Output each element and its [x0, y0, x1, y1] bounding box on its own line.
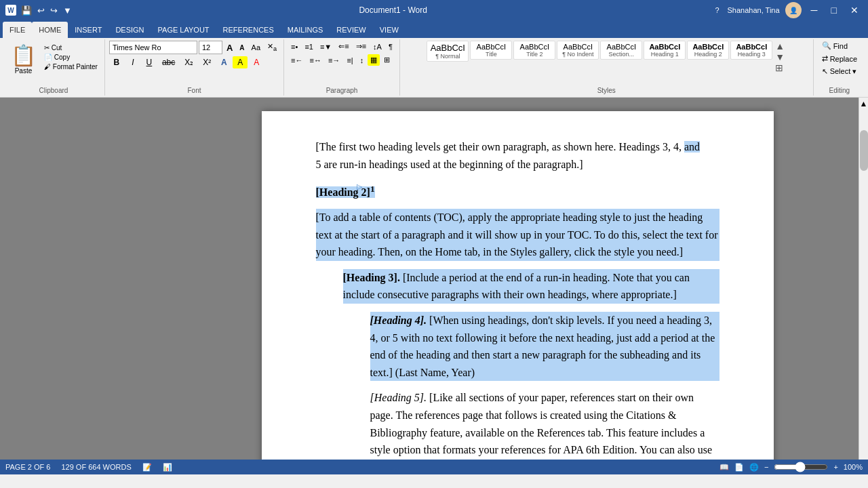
change-case-btn[interactable]: Aa	[249, 42, 263, 53]
style-heading2[interactable]: AaBbCcI Heading 2	[687, 41, 729, 60]
sort-btn[interactable]: ↕A	[370, 41, 384, 52]
title-bar: W 💾 ↩ ↪ ▼ Document1 - Word ? Shanahan, T…	[0, 0, 868, 20]
tab-review[interactable]: REVIEW	[330, 22, 372, 38]
minimize-btn[interactable]: ─	[807, 3, 822, 17]
style-h1-preview: AaBbCcI	[649, 43, 680, 51]
strikethrough-btn[interactable]: abc	[158, 56, 179, 68]
tab-file[interactable]: FILE	[3, 22, 32, 38]
font-size-input[interactable]	[199, 41, 222, 54]
clipboard-label: Clipboard	[39, 87, 68, 94]
style-section-label: Section...	[609, 51, 635, 58]
help-btn[interactable]: ?	[712, 5, 722, 16]
print-layout-icon[interactable]: 📄	[734, 463, 744, 472]
heading4-paragraph: [Heading 4]. [When using headings, don't…	[370, 312, 719, 381]
style-title-preview: AaBbCcI	[477, 43, 506, 51]
highlight-btn[interactable]: A	[233, 56, 248, 68]
copy-button[interactable]: 📄 Copy	[41, 53, 100, 62]
collapse-arrow[interactable]: ▷	[357, 181, 362, 193]
tab-home[interactable]: HOME	[32, 22, 68, 38]
document-page[interactable]: [The first two heading levels get their …	[262, 111, 774, 460]
status-bar: PAGE 2 OF 6 129 OF 664 WORDS 📝 📊 📖 📄 🌐 −…	[0, 460, 868, 474]
heading3-paragraph: [Heading 3]. [Include a period at the en…	[343, 269, 719, 304]
style-section-preview: AaBbCcI	[607, 43, 636, 51]
underline-btn[interactable]: U	[142, 56, 157, 68]
superscript-btn[interactable]: X²	[199, 56, 215, 68]
track-changes-icon: 📊	[163, 463, 172, 472]
styles-up-btn[interactable]: ▲	[774, 41, 786, 52]
redo-quick-btn[interactable]: ↪	[48, 4, 60, 17]
italic-btn[interactable]: I	[125, 56, 140, 68]
tab-references[interactable]: REFERENCES	[216, 22, 281, 38]
justify-btn[interactable]: ≡|	[344, 55, 355, 66]
paste-button[interactable]: 📋 Paste	[7, 41, 40, 77]
align-right-btn[interactable]: ≡→	[326, 55, 342, 66]
style-heading1[interactable]: AaBbCcI Heading 1	[644, 41, 686, 60]
bullets-btn[interactable]: ≡•	[288, 41, 300, 52]
line-spacing-btn[interactable]: ↕	[357, 55, 367, 66]
read-mode-icon[interactable]: 📖	[719, 463, 729, 472]
decrease-indent-btn[interactable]: ⇐≡	[336, 41, 351, 52]
align-left-btn[interactable]: ≡←	[288, 55, 305, 66]
editing-group-label: Editing	[829, 87, 850, 94]
clear-format-btn[interactable]: ✕a	[264, 41, 279, 54]
document-area: [The first two heading levels get their …	[0, 98, 868, 460]
font-shrink-btn[interactable]: A	[237, 43, 247, 53]
style-h2-label: Heading 2	[694, 51, 722, 58]
close-btn[interactable]: ✕	[846, 3, 863, 17]
find-btn[interactable]: 🔍 Find	[818, 41, 852, 51]
title-bar-right: ? Shanahan, Tina 👤 ─ □ ✕	[712, 2, 863, 18]
style-no-indent[interactable]: AaBbCcI ¶ No Indent	[557, 41, 599, 60]
style-section[interactable]: AaBbCcI Section...	[600, 41, 642, 60]
bold-btn[interactable]: B	[109, 56, 124, 68]
save-quick-btn[interactable]: 💾	[19, 4, 34, 17]
font-format-row: B I U abc X₂ X² A A A	[109, 56, 264, 68]
style-title2[interactable]: AaBbCcI Title 2	[513, 41, 555, 60]
replace-btn[interactable]: ⇄ Replace	[818, 54, 861, 64]
cut-button[interactable]: ✂ Cut	[41, 43, 100, 52]
tab-view[interactable]: VIEW	[373, 22, 406, 38]
subscript-btn[interactable]: X₂	[180, 56, 197, 68]
select-btn[interactable]: ↖ Select ▾	[818, 66, 861, 77]
heading3-text: [Heading 3].	[343, 272, 400, 283]
zoom-level: 100%	[844, 463, 863, 471]
numbering-btn[interactable]: ≡1	[302, 41, 316, 52]
font-name-select[interactable]	[109, 41, 197, 54]
format-painter-button[interactable]: 🖌 Format Painter	[41, 62, 100, 71]
scroll-thumb[interactable]	[860, 130, 868, 171]
undo-quick-btn[interactable]: ↩	[35, 4, 47, 17]
tab-insert[interactable]: INSERT	[68, 22, 108, 38]
style-normal-label: ¶ Normal	[435, 53, 460, 60]
web-layout-icon[interactable]: 🌐	[749, 463, 759, 472]
show-marks-btn[interactable]: ¶	[386, 41, 395, 52]
intro-paragraph: [The first two heading levels get their …	[316, 138, 719, 173]
scroll-up-btn[interactable]: ▲	[859, 98, 868, 110]
maximize-btn[interactable]: □	[827, 3, 841, 17]
styles-more-btn[interactable]: ⊞	[774, 62, 786, 73]
style-no-indent-label: ¶ No Indent	[562, 51, 593, 58]
tab-page-layout[interactable]: PAGE LAYOUT	[151, 22, 216, 38]
font-grow-btn[interactable]: A	[224, 41, 235, 54]
tab-mailings[interactable]: MAILINGS	[281, 22, 330, 38]
multilevel-btn[interactable]: ≡▼	[317, 41, 334, 52]
para-row-1: ≡• ≡1 ≡▼ ⇐≡ ⇒≡ ↕A ¶	[288, 41, 395, 52]
tab-design[interactable]: DESIGN	[108, 22, 151, 38]
zoom-out-btn[interactable]: −	[764, 463, 768, 471]
zoom-slider[interactable]	[774, 462, 828, 472]
vertical-scrollbar[interactable]: ▲	[859, 98, 868, 460]
font-color-btn[interactable]: A	[249, 56, 264, 68]
document-scroll-area[interactable]: [The first two heading levels get their …	[176, 98, 859, 460]
word-count: 129 OF 664 WORDS	[61, 463, 131, 471]
qa-dropdown-btn[interactable]: ▼	[61, 4, 74, 17]
borders-btn[interactable]: ⊞	[381, 54, 393, 66]
styles-down-btn[interactable]: ▼	[774, 52, 786, 62]
style-normal[interactable]: AaBbCcI ¶ Normal	[427, 41, 469, 62]
font-group-label: Font	[188, 87, 201, 94]
style-title[interactable]: AaBbCcI Title	[470, 41, 512, 60]
align-center-btn[interactable]: ≡↔	[307, 55, 324, 66]
zoom-in-btn[interactable]: +	[833, 463, 837, 471]
style-heading3[interactable]: AaBbCcI Heading 3	[730, 41, 772, 60]
shading-btn[interactable]: ▦	[368, 54, 380, 66]
text-effects-btn[interactable]: A	[216, 56, 231, 68]
heading5-paragraph: [Heading 5]. [Like all sections of your …	[370, 389, 719, 460]
increase-indent-btn[interactable]: ⇒≡	[353, 41, 369, 52]
